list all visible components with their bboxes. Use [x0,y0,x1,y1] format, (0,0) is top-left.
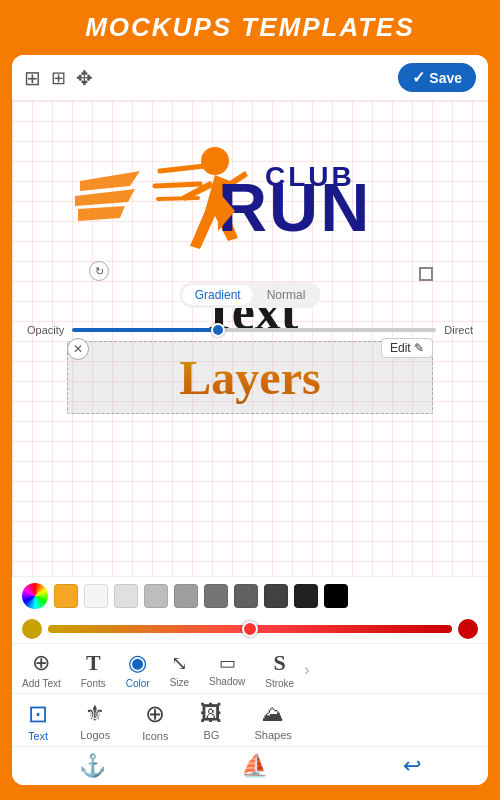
text-nav-icon: ⊡ [28,700,48,728]
color-end-dot[interactable] [458,619,478,639]
icons-nav-icon: ⊕ [145,700,165,728]
logo-area: CLUB RUN [42,116,458,281]
nav-icons[interactable]: ⊕ Icons [126,700,184,742]
color-swatch-3[interactable] [174,584,198,608]
shadow-icon: ▭ [219,652,236,674]
shadow-label: Shadow [209,676,245,687]
logos-nav-icon: ⚜ [85,701,105,727]
grid-icon[interactable]: ⊞ [51,67,66,89]
ship-icon[interactable]: ⛵ [241,753,268,779]
canvas-area: CLUB RUN Text Layers Edit ✎ ✕ ↻ Gradien [12,101,488,576]
color-swatch-5[interactable] [234,584,258,608]
opacity-row: Opacity Direct [27,324,473,336]
color-palette [12,576,488,615]
color-slider[interactable] [48,625,452,633]
undo-icon[interactable]: ↩ [403,753,421,779]
color-slider-thumb[interactable] [242,621,258,637]
style-tabs: Gradient Normal [180,282,321,308]
edit-button[interactable]: Edit ✎ [381,338,433,358]
header: MOCKUPS TEMPLATES [0,0,500,55]
tool-stroke[interactable]: S Stroke [255,650,304,689]
svg-marker-1 [75,189,135,206]
color-slider-row [12,615,488,643]
opacity-slider-thumb[interactable] [211,323,225,337]
color-swatch-6[interactable] [264,584,288,608]
rotate-handle[interactable]: ↻ [89,261,109,281]
header-title: MOCKUPS TEMPLATES [85,12,415,43]
logos-nav-label: Logos [80,729,110,741]
color-swatch-7[interactable] [294,584,318,608]
nav-bg[interactable]: 🖼 BG [184,701,238,741]
normal-tab[interactable]: Normal [255,285,318,305]
tool-size[interactable]: ⤡ Size [160,651,199,688]
main-card: ⊞ ⊞ ✥ ✓ Save [12,55,488,785]
move-icon[interactable]: ✥ [76,66,93,90]
layers-icon[interactable]: ⊞ [24,66,41,90]
canvas-toolbar: ⊞ ⊞ ✥ ✓ Save [12,55,488,101]
bg-nav-label: BG [204,729,220,741]
add-text-label: Add Text [22,678,61,689]
add-text-icon: ⊕ [32,650,50,676]
bottom-nav: ⊡ Text ⚜ Logos ⊕ Icons 🖼 BG ⛰ Shapes [12,693,488,746]
color-swatch-orange[interactable] [54,584,78,608]
check-icon: ✓ [412,68,425,87]
text-nav-label: Text [28,730,48,742]
stroke-icon: S [274,650,286,676]
opacity-slider[interactable] [72,328,436,332]
size-label: Size [170,677,189,688]
color-swatch-4[interactable] [204,584,228,608]
resize-handle[interactable] [419,267,433,281]
color-swatch-0[interactable] [84,584,108,608]
fonts-label: Fonts [81,678,106,689]
size-icon: ⤡ [171,651,188,675]
footer-bar: ⚓ ⛵ ↩ [12,746,488,785]
canvas-layers-text: Layers [80,350,420,405]
fonts-icon: T [86,650,101,676]
tool-fonts[interactable]: T Fonts [71,650,116,689]
nav-logos[interactable]: ⚜ Logos [64,701,126,741]
color-swatch-8[interactable] [324,584,348,608]
close-selection-button[interactable]: ✕ [67,338,89,360]
layers-selection-box[interactable]: Layers [67,341,433,414]
color-swatch-2[interactable] [144,584,168,608]
tool-color[interactable]: ◉ Color [116,650,160,689]
anchor-icon[interactable]: ⚓ [79,753,106,779]
bg-nav-icon: 🖼 [200,701,222,727]
icons-nav-label: Icons [142,730,168,742]
color-wheel[interactable] [22,583,48,609]
shapes-nav-label: Shapes [254,729,291,741]
gradient-tab[interactable]: Gradient [183,285,253,305]
nav-text[interactable]: ⊡ Text [12,700,64,742]
color-label: Color [126,678,150,689]
bottom-toolbar: ⊕ Add Text T Fonts ◉ Color ⤡ Size ▭ Shad… [12,643,488,693]
direct-label: Direct [444,324,473,336]
color-swatch-1[interactable] [114,584,138,608]
save-button[interactable]: ✓ Save [398,63,476,92]
shapes-nav-icon: ⛰ [262,701,284,727]
tool-add-text[interactable]: ⊕ Add Text [12,650,71,689]
club-run-logo: CLUB RUN [70,116,430,281]
stroke-label: Stroke [265,678,294,689]
color-icon: ◉ [128,650,147,676]
svg-text:RUN: RUN [218,169,371,245]
svg-marker-2 [78,206,125,221]
opacity-label: Opacity [27,324,64,336]
nav-shapes[interactable]: ⛰ Shapes [238,701,307,741]
tool-shadow[interactable]: ▭ Shadow [199,652,255,687]
color-start-dot[interactable] [22,619,42,639]
svg-marker-0 [80,171,140,191]
